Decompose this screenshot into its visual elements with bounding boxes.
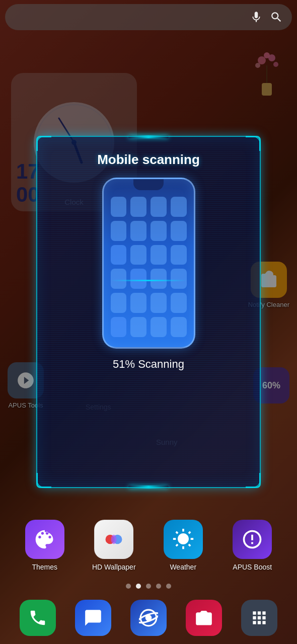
dock-phone[interactable]: [20, 600, 56, 636]
phone-notch: [133, 179, 164, 190]
mic-icon[interactable]: [250, 11, 263, 24]
phone-app-5: [111, 221, 127, 241]
top-accent: [128, 135, 169, 138]
dock-browser[interactable]: [130, 600, 167, 636]
phone-app-15: [151, 269, 167, 289]
bottom-accent: [128, 486, 169, 489]
phone-app-17: [111, 293, 127, 313]
app-item-themes[interactable]: Themes: [17, 520, 72, 571]
dock-app-drawer[interactable]: [241, 600, 277, 636]
scan-frame: Mobile scanning: [36, 136, 261, 488]
app-item-apus-boost[interactable]: APUS Boost: [225, 520, 280, 571]
phone-app-11: [151, 245, 167, 265]
phone-app-22: [130, 317, 146, 337]
corner-bl: [36, 473, 51, 488]
themes-label: Themes: [32, 563, 57, 571]
phone-app-20: [171, 293, 187, 313]
app-item-weather[interactable]: Weather: [156, 520, 211, 571]
phone-screen-grid: [111, 197, 187, 337]
dot-4[interactable]: [166, 584, 171, 589]
scan-progress-text: 51% Scanning: [113, 358, 184, 371]
weather-label: Weather: [170, 563, 196, 571]
themes-icon[interactable]: [25, 520, 64, 559]
search-bar[interactable]: [5, 4, 292, 30]
dot-2[interactable]: [146, 584, 151, 589]
phone-app-1: [111, 197, 127, 217]
phone-app-10: [130, 245, 146, 265]
search-icon[interactable]: [270, 11, 283, 24]
app-grid: Themes HD Wallpaper Weather APUS Boost: [0, 520, 297, 571]
phone-app-4: [171, 197, 187, 217]
wallpaper-icon[interactable]: [94, 520, 133, 559]
phone-app-3: [151, 197, 167, 217]
phone-app-24: [171, 317, 187, 337]
dock: [0, 600, 297, 636]
scan-modal: Mobile scanning: [36, 136, 261, 488]
phone-app-23: [151, 317, 167, 337]
phone-app-7: [151, 221, 167, 241]
phone-app-19: [151, 293, 167, 313]
modal-title: Mobile scanning: [97, 152, 200, 168]
phone-app-9: [111, 245, 127, 265]
apus-boost-icon[interactable]: [233, 520, 272, 559]
weather-icon[interactable]: [164, 520, 203, 559]
dot-1[interactable]: [136, 584, 141, 589]
phone-app-13: [111, 269, 127, 289]
dock-messages[interactable]: [75, 600, 111, 636]
wallpaper-label: HD Wallpaper: [92, 563, 136, 571]
svg-point-16: [145, 615, 152, 621]
corner-tl: [36, 136, 51, 151]
phone-app-2: [130, 197, 146, 217]
corner-br: [246, 473, 261, 488]
scan-bar: [111, 280, 187, 281]
svg-point-13: [111, 535, 117, 544]
phone-app-8: [171, 221, 187, 241]
apus-boost-label: APUS Boost: [233, 563, 272, 571]
phone-app-14: [130, 269, 146, 289]
page-indicators: [0, 584, 297, 589]
dock-camera[interactable]: [186, 600, 222, 636]
phone-app-12: [171, 245, 187, 265]
phone-illustration: [102, 178, 195, 349]
dot-0[interactable]: [126, 584, 131, 589]
phone-app-6: [130, 221, 146, 241]
phone-app-21: [111, 317, 127, 337]
corner-tr: [246, 136, 261, 151]
app-item-wallpaper[interactable]: HD Wallpaper: [86, 520, 141, 571]
dot-3[interactable]: [156, 584, 161, 589]
phone-app-16: [171, 269, 187, 289]
phone-app-18: [130, 293, 146, 313]
